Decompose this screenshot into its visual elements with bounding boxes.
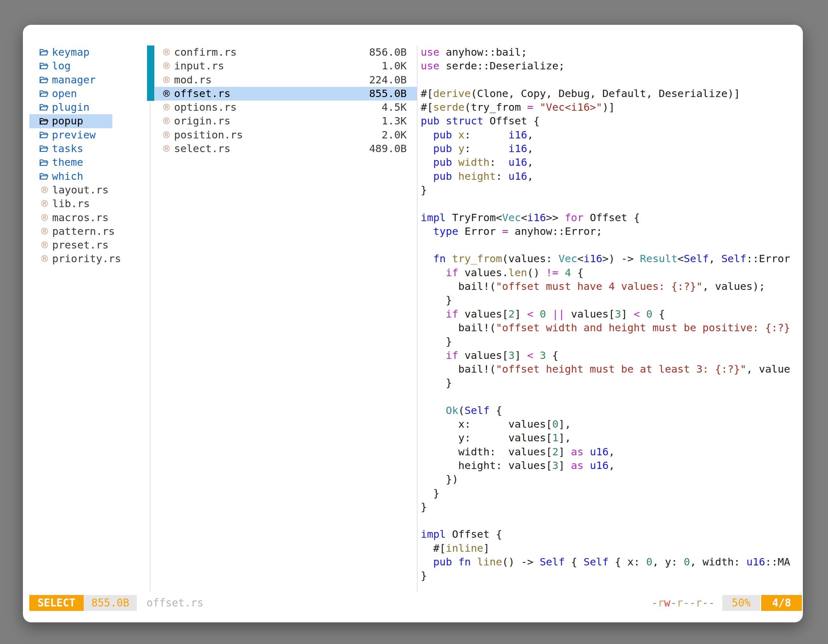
code-line: use serde::Deserialize; (421, 59, 803, 73)
code-line: fn try_from(values: Vec<i16>) -> Result<… (421, 252, 803, 266)
file-name: options.rs (174, 100, 237, 114)
rust-icon: ® (161, 45, 172, 59)
item-label: keymap (52, 45, 89, 59)
code-line: pub height: u16, (421, 169, 803, 183)
item-label: theme (52, 155, 83, 169)
file-size: 489.0B (369, 142, 407, 155)
sidebar-item-manager[interactable]: manager (29, 73, 112, 87)
sidebar-item-log[interactable]: log (29, 59, 112, 73)
folder-open-icon (39, 88, 49, 99)
rust-icon: ® (161, 59, 172, 73)
sidebar-file-lib-rs[interactable]: ®lib.rs (29, 197, 112, 211)
rust-icon: ® (39, 238, 50, 252)
code-line: } (421, 500, 803, 514)
sidebar-item-plugin[interactable]: plugin (29, 100, 112, 114)
item-label: layout.rs (52, 183, 108, 197)
status-bar: SELECT 855.0B offset.rs -rw-r--r-- 50% 4… (29, 595, 802, 611)
desktop-background: keymaplogmanageropenpluginpopuppreviewta… (0, 0, 828, 644)
sidebar-item-keymap[interactable]: keymap (29, 45, 112, 59)
sidebar-item-which[interactable]: which (29, 169, 112, 183)
file-row-origin-rs[interactable]: ®origin.rs1.3K (155, 114, 417, 128)
code-line: }) (421, 473, 803, 486)
file-name: input.rs (174, 59, 224, 73)
permission-char: r (696, 597, 702, 609)
file-name: position.rs (174, 128, 243, 142)
code-line: width: values[2] as u16, (421, 445, 803, 459)
sidebar-item-tasks[interactable]: tasks (29, 142, 112, 155)
file-row-position-rs[interactable]: ®position.rs2.0K (155, 128, 417, 142)
permission-char: - (671, 597, 677, 609)
file-size: 4.5K (381, 100, 407, 114)
file-name: confirm.rs (174, 45, 237, 59)
sidebar-file-priority-rs[interactable]: ®priority.rs (29, 252, 112, 266)
item-label: log (52, 59, 71, 73)
code-line: impl TryFrom<Vec<i16>> for Offset { (421, 211, 803, 225)
file-size: 1.3K (381, 114, 407, 128)
sidebar-file-pattern-rs[interactable]: ®pattern.rs (29, 225, 112, 238)
rust-icon: ® (161, 87, 172, 100)
item-label: open (52, 87, 77, 100)
code-line: bail!("offset height must be at least 3:… (421, 362, 803, 376)
file-row-options-rs[interactable]: ®options.rs4.5K (155, 100, 417, 114)
sidebar-file-layout-rs[interactable]: ®layout.rs (29, 183, 112, 197)
code-line: pub width: u16, (421, 155, 803, 169)
code-line: pub y: i16, (421, 142, 803, 155)
scrollbar-thumb[interactable] (147, 45, 154, 101)
code-line: } (421, 183, 803, 197)
sidebar-item-open[interactable]: open (29, 87, 112, 100)
code-line: use anyhow::bail; (421, 45, 803, 59)
sidebar-item-preview[interactable]: preview (29, 128, 112, 142)
file-name: mod.rs (174, 73, 212, 87)
code-line (421, 390, 803, 403)
item-label: plugin (52, 100, 89, 114)
folder-open-icon (39, 171, 49, 182)
rust-icon: ® (39, 197, 50, 211)
rust-icon: ® (161, 142, 172, 155)
file-size: 224.0B (369, 73, 407, 87)
folder-open-icon (39, 144, 49, 154)
item-label: tasks (52, 142, 83, 155)
sidebar-file-macros-rs[interactable]: ®macros.rs (29, 211, 112, 225)
file-size-badge: 855.0B (84, 595, 137, 611)
permission-char: r (677, 597, 683, 609)
rust-icon: ® (161, 114, 172, 128)
code-line: height: values[3] as u16, (421, 459, 803, 473)
code-line: if values[3] < 3 { (421, 349, 803, 362)
item-label: popup (52, 114, 83, 128)
permission-char: w (664, 597, 671, 609)
rust-icon: ® (161, 128, 172, 142)
scroll-percent-badge: 50% (722, 595, 761, 611)
sidebar-file-preset-rs[interactable]: ®preset.rs (29, 238, 112, 252)
folder-open-icon (39, 61, 49, 71)
pane-separator-right (417, 45, 417, 591)
parent-pane: keymaplogmanageropenpluginpopuppreviewta… (29, 45, 112, 266)
file-row-mod-rs[interactable]: ®mod.rs224.0B (155, 73, 417, 87)
permission-char: - (689, 597, 696, 609)
sidebar-item-theme[interactable]: theme (29, 155, 112, 169)
item-label: preset.rs (52, 238, 108, 252)
mode-badge: SELECT (29, 595, 84, 611)
file-manager-window: keymaplogmanageropenpluginpopuppreviewta… (23, 25, 803, 622)
file-row-confirm-rs[interactable]: ®confirm.rs856.0B (155, 45, 417, 59)
file-size: 1.0K (381, 59, 407, 73)
file-size: 855.0B (369, 87, 407, 100)
file-row-offset-rs[interactable]: ®offset.rs855.0B (155, 87, 417, 100)
item-label: priority.rs (52, 252, 121, 266)
folder-open-icon (39, 116, 49, 127)
rust-icon: ® (39, 211, 50, 225)
rust-icon: ® (161, 100, 172, 114)
current-pane: ®confirm.rs856.0B®input.rs1.0K®mod.rs224… (155, 45, 417, 155)
sidebar-item-popup[interactable]: popup (29, 114, 112, 128)
item-label: pattern.rs (52, 225, 115, 238)
item-label: macros.rs (52, 211, 108, 225)
permission-char: r (658, 597, 664, 609)
cursor-position-badge: 4/8 (761, 595, 802, 611)
code-line: #[derive(Clone, Copy, Debug, Default, De… (421, 87, 803, 100)
folder-open-icon (39, 47, 49, 58)
code-line (421, 238, 803, 252)
file-row-input-rs[interactable]: ®input.rs1.0K (155, 59, 417, 73)
code-line: } (421, 376, 803, 390)
rust-icon: ® (39, 252, 50, 266)
file-row-select-rs[interactable]: ®select.rs489.0B (155, 142, 417, 155)
code-line: x: values[0], (421, 417, 803, 431)
